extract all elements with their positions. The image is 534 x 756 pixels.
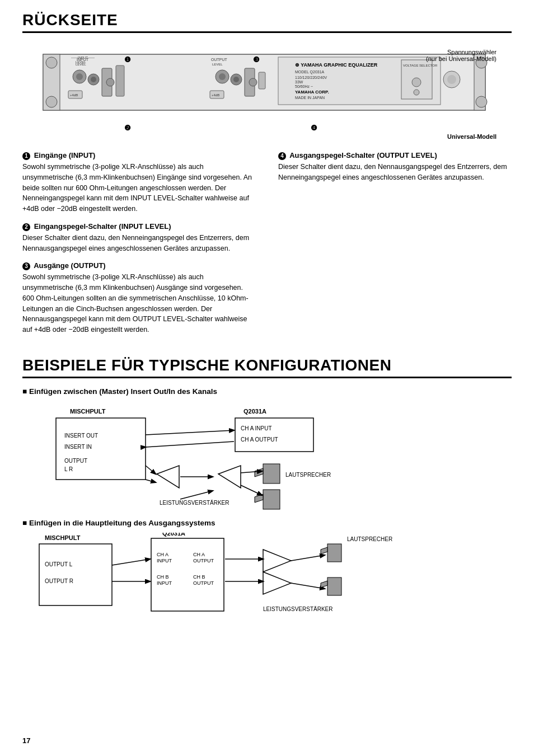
device-diagram: Spannungswähler (nur bei Universal-Model…	[38, 49, 496, 140]
desc-heading-2: 2 Eingangspegel-Schalter (INPUT LEVEL)	[22, 222, 256, 231]
svg-text:OUTPUT: OUTPUT	[211, 58, 228, 62]
svg-text:LAUTSPRECHER: LAUTSPRECHER	[285, 472, 331, 478]
svg-line-91	[291, 555, 325, 561]
callout-3: ❸	[253, 55, 260, 64]
svg-text:LEVEL: LEVEL	[212, 63, 223, 66]
svg-marker-89	[263, 550, 291, 572]
desc-heading-3: 3 Ausgänge (OUTPUT)	[22, 261, 256, 270]
svg-text:⊛ YAMAHA GRAPHIC EQUALIZER: ⊛ YAMAHA GRAPHIC EQUALIZER	[295, 62, 378, 68]
svg-text:+4dB: +4dB	[212, 93, 219, 97]
desc-col-right: 4 Ausgangspegel-Schalter (OUTPUT LEVEL) …	[278, 151, 512, 343]
svg-text:CH A: CH A	[193, 552, 205, 557]
svg-line-66	[146, 480, 156, 482]
svg-point-42	[414, 90, 419, 95]
config2-section: Einfügen in die Hauptleitung des Ausgang…	[22, 519, 512, 631]
spannungswaehler-label: Spannungswähler (nur bei Universal-Model…	[426, 49, 496, 62]
beispiele-title: BEISPIELE FÜR TYPISCHE KONFIGURATIONEN	[22, 356, 512, 378]
svg-point-14	[106, 78, 114, 86]
svg-marker-94	[321, 547, 327, 554]
svg-text:YAMAHA CORP.: YAMAHA CORP.	[295, 90, 329, 95]
svg-point-23	[219, 73, 226, 80]
svg-text:L   R: L R	[64, 466, 73, 472]
desc-text-4: Dieser Schalter dient dazu, den Nennausg…	[278, 162, 512, 183]
svg-line-68	[180, 491, 213, 499]
svg-rect-59	[263, 464, 280, 483]
config2-heading: Einfügen in die Hauptleitung des Ausgang…	[22, 519, 512, 527]
svg-text:MODEL Q2031A: MODEL Q2031A	[295, 70, 325, 74]
config1-svg: MISCHPULT INSERT OUT INSERT IN OUTPUT L …	[22, 401, 515, 513]
svg-marker-90	[263, 572, 291, 594]
svg-text:LAUTSPRECHER: LAUTSPRECHER	[347, 536, 392, 542]
svg-text:50/60Hz ~: 50/60Hz ~	[295, 84, 313, 88]
desc-text-2: Dieser Schalter dient dazu, den Nenneing…	[22, 233, 256, 254]
svg-text:OUTPUT L: OUTPUT L	[45, 561, 73, 567]
svg-text:LEISTUNGSVERSTÄRKER: LEISTUNGSVERSTÄRKER	[263, 606, 332, 612]
svg-line-65	[146, 466, 156, 474]
svg-text:MISCHPULT: MISCHPULT	[45, 534, 81, 541]
svg-text:INSERT IN: INSERT IN	[64, 444, 92, 450]
svg-text:INPUT: INPUT	[157, 558, 172, 564]
universal-modell-label: Universal-Modell	[38, 133, 496, 140]
callout-1: ❶	[124, 55, 131, 64]
desc-col-left: 1 Eingänge (INPUT) Sowohl symmetrische (…	[22, 151, 256, 343]
page-number: 17	[22, 736, 30, 745]
svg-point-25	[233, 77, 239, 82]
svg-line-55	[146, 430, 234, 435]
svg-line-70	[241, 485, 262, 495]
ruckseite-title: RÜCKSEITE	[22, 11, 512, 33]
callout-4: ❹	[311, 124, 317, 132]
config2-diagram: MISCHPULT OUTPUT L OUTPUT R Q2031A CH A …	[22, 533, 512, 631]
svg-text:OUTPUT: OUTPUT	[193, 580, 214, 586]
svg-text:LEISTUNGSVERSTÄRKER: LEISTUNGSVERSTÄRKER	[160, 500, 229, 506]
callout-2: ❷	[124, 124, 131, 132]
desc-item-2: 2 Eingangspegel-Schalter (INPUT LEVEL) D…	[22, 222, 256, 254]
desc-heading-1: 1 Eingänge (INPUT)	[22, 151, 256, 160]
descriptions-container: 1 Eingänge (INPUT) Sowohl symmetrische (…	[22, 151, 512, 343]
svg-text:VOLTAGE SELECTOR: VOLTAGE SELECTOR	[403, 64, 438, 67]
svg-rect-93	[327, 544, 341, 562]
svg-point-41	[412, 78, 421, 87]
desc-item-1: 1 Eingänge (INPUT) Sowohl symmetrische (…	[22, 151, 256, 214]
svg-text:OUTPUT: OUTPUT	[64, 458, 87, 464]
svg-marker-60	[255, 468, 263, 477]
svg-marker-96	[321, 581, 327, 588]
svg-text:CH B: CH B	[193, 574, 205, 580]
svg-text:INSERT OUT: INSERT OUT	[64, 433, 98, 439]
svg-text:+4dB: +4dB	[70, 93, 78, 97]
svg-line-92	[291, 583, 325, 589]
svg-text:CH A INPUT: CH A INPUT	[241, 425, 272, 431]
desc-text-1: Sowohl symmetrische (3-polige XLR-Anschl…	[22, 162, 256, 214]
svg-text:LEVEL: LEVEL	[76, 60, 86, 64]
config2-svg: MISCHPULT OUTPUT L OUTPUT R Q2031A CH A …	[22, 533, 515, 631]
desc-text-3: Sowohl symmetrische (3-polige XLR-Anschl…	[22, 272, 256, 335]
desc-item-4: 4 Ausgangspegel-Schalter (OUTPUT LEVEL) …	[278, 151, 512, 183]
desc-item-3: 3 Ausgänge (OUTPUT) Sowohl symmetrische …	[22, 261, 256, 335]
svg-point-10	[76, 73, 83, 80]
svg-line-85	[112, 559, 150, 565]
svg-point-12	[91, 77, 96, 82]
svg-text:Q2031A: Q2031A	[243, 408, 266, 415]
svg-text:CH A: CH A	[157, 552, 168, 557]
svg-point-44	[447, 75, 456, 84]
svg-point-3	[46, 57, 57, 68]
svg-rect-30	[259, 72, 265, 89]
svg-text:MISCHPULT: MISCHPULT	[70, 408, 106, 415]
svg-line-56	[146, 442, 234, 447]
svg-marker-58	[218, 466, 241, 488]
config1-diagram: MISCHPULT INSERT OUT INSERT IN OUTPUT L …	[22, 401, 512, 513]
svg-text:——INPUT——: ——INPUT——	[71, 56, 95, 59]
svg-text:OUTPUT R: OUTPUT R	[45, 578, 73, 584]
config1-section: Einfügen zwischen (Master) Insert Out/In…	[22, 387, 512, 513]
callouts-bottom: ❷ ❹	[38, 124, 317, 132]
svg-text:INPUT: INPUT	[157, 580, 172, 586]
svg-point-6	[476, 96, 487, 107]
svg-text:OUTPUT: OUTPUT	[193, 558, 214, 564]
desc-heading-4: 4 Ausgangspegel-Schalter (OUTPUT LEVEL)	[278, 151, 512, 160]
svg-text:Q2031A: Q2031A	[162, 533, 185, 537]
svg-rect-71	[39, 544, 112, 605]
svg-text:CH A OUTPUT: CH A OUTPUT	[241, 436, 278, 443]
svg-text:33W: 33W	[295, 80, 303, 84]
config1-heading: Einfügen zwischen (Master) Insert Out/In…	[22, 387, 512, 396]
svg-point-27	[249, 78, 257, 86]
svg-rect-19	[116, 65, 124, 96]
